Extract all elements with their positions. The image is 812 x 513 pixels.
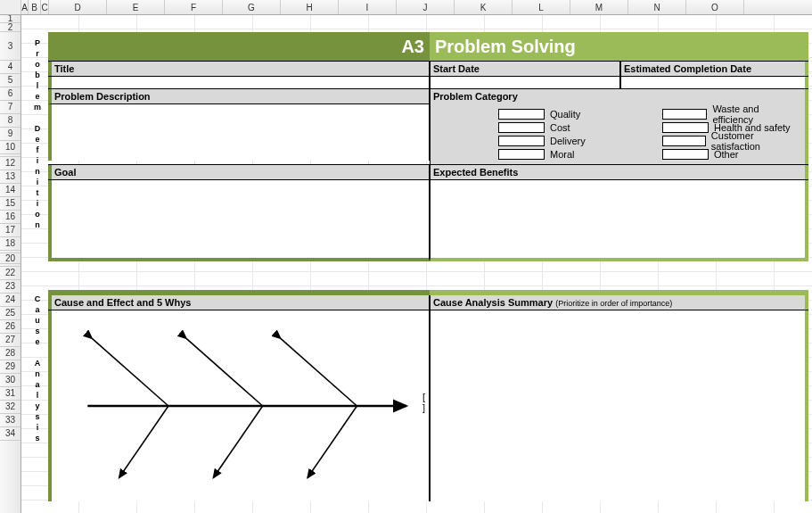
column-header[interactable]: K	[455, 0, 513, 14]
bracket-close: ]	[422, 403, 425, 413]
spreadsheet-grid[interactable]: Problem Definition Cause Analysis A3 Pro…	[21, 15, 812, 513]
row-header[interactable]: 8	[0, 114, 21, 128]
input-est-completion[interactable]	[620, 77, 808, 88]
category-label: Cost	[550, 122, 570, 133]
row-header[interactable]: 5	[0, 74, 21, 87]
cause-summary-note: (Prioritize in order of importance)	[555, 299, 672, 308]
row-header[interactable]: 30	[0, 374, 21, 387]
svg-line-6	[308, 406, 357, 478]
column-header[interactable]: G	[223, 0, 281, 14]
row-header[interactable]: 24	[0, 294, 21, 307]
row-header[interactable]: 9	[0, 128, 21, 141]
category-checkbox[interactable]	[498, 109, 545, 120]
header-cause-effect: Cause and Effect and 5 Whys	[48, 295, 430, 310]
category-checkbox[interactable]	[662, 149, 709, 160]
category-label: Moral	[550, 149, 575, 160]
category-checkbox[interactable]	[662, 109, 707, 120]
input-problem-description[interactable]	[48, 103, 430, 161]
column-header[interactable]: F	[165, 0, 223, 14]
cause-summary-label: Cause Analysis Summary	[433, 297, 553, 308]
row-header[interactable]: 16	[0, 211, 21, 224]
title-banner: A3 Problem Solving	[48, 32, 808, 61]
category-item: Customer satisfaction	[662, 134, 800, 147]
category-item: Cost	[498, 120, 636, 134]
column-header[interactable]: O	[686, 0, 744, 14]
header-goal: Goal	[48, 165, 430, 179]
column-header[interactable]: A	[21, 0, 29, 14]
input-expected-benefits[interactable]	[430, 180, 808, 261]
svg-line-3	[281, 338, 357, 406]
panel-problem-definition: A3 Problem Solving Title Start Date Esti…	[48, 32, 808, 261]
row-header[interactable]: 34	[0, 427, 21, 441]
row-header[interactable]: 12	[0, 157, 21, 170]
category-checkbox[interactable]	[498, 136, 545, 146]
category-checkbox[interactable]	[662, 122, 709, 133]
category-item: Waste and efficiency	[662, 107, 800, 120]
column-header[interactable]: B	[29, 0, 41, 14]
svg-line-1	[92, 338, 168, 406]
bracket-open: [	[422, 393, 425, 402]
row-header[interactable]: 26	[0, 320, 21, 334]
row-header[interactable]: 22	[0, 267, 21, 280]
row-header[interactable]: 31	[0, 387, 21, 401]
category-checkbox[interactable]	[498, 122, 545, 133]
fishbone-diagram-icon	[52, 310, 429, 501]
row-header[interactable]: 14	[0, 184, 21, 197]
column-header[interactable]: E	[107, 0, 165, 14]
header-problem-description: Problem Description	[48, 89, 430, 103]
input-title[interactable]	[48, 77, 430, 88]
column-header[interactable]: D	[49, 0, 107, 14]
row-headers: 1234567891012131415161718202223242526272…	[0, 15, 21, 513]
row-header[interactable]: 18	[0, 237, 21, 251]
row-header[interactable]: 2	[0, 23, 21, 32]
category-checkbox[interactable]	[662, 136, 706, 146]
banner-left: A3	[48, 32, 430, 61]
row-header[interactable]: 32	[0, 401, 21, 414]
category-item: Delivery	[498, 134, 636, 147]
row-header[interactable]: 4	[0, 61, 21, 74]
column-header[interactable]: C	[41, 0, 49, 14]
row-header[interactable]: 7	[0, 101, 21, 114]
row-header[interactable]: 3	[0, 32, 21, 61]
column-header[interactable]: I	[339, 0, 397, 14]
row-header[interactable]: 33	[0, 414, 21, 427]
column-header[interactable]: H	[281, 0, 339, 14]
problem-category-area: QualityCostDeliveryMoral Waste and effic…	[431, 103, 805, 164]
header-start-date: Start Date	[430, 62, 620, 76]
row-header[interactable]: 13	[0, 170, 21, 184]
column-header[interactable]: L	[513, 0, 570, 14]
category-label: Delivery	[550, 136, 586, 146]
fishbone-area[interactable]: [ ]	[48, 310, 430, 501]
row-header[interactable]: 17	[0, 224, 21, 237]
category-item: Quality	[498, 107, 636, 120]
row-header[interactable]: 28	[0, 347, 21, 360]
category-label: Other	[714, 149, 739, 160]
columns: ABCDEFGHIJKLMNO	[21, 0, 744, 14]
select-all-corner[interactable]	[0, 0, 21, 14]
input-cause-summary[interactable]	[430, 310, 808, 501]
row-header[interactable]: 15	[0, 197, 21, 211]
sidebar-label-problem-definition: Problem Definition	[32, 37, 43, 230]
row-header[interactable]: 29	[0, 360, 21, 374]
row-header[interactable]: 23	[0, 280, 21, 294]
row-header[interactable]: 6	[0, 87, 21, 101]
header-expected-benefits: Expected Benefits	[430, 165, 808, 179]
column-header[interactable]: N	[628, 0, 686, 14]
header-title: Title	[48, 62, 430, 76]
banner-right: Problem Solving	[430, 32, 808, 61]
row-header[interactable]: 20	[0, 253, 21, 264]
svg-line-5	[213, 406, 262, 478]
header-cause-summary: Cause Analysis Summary (Prioritize in or…	[430, 295, 808, 310]
panel-cause-analysis: Cause and Effect and 5 Whys Cause Analys…	[48, 290, 808, 501]
column-header[interactable]: J	[397, 0, 455, 14]
input-start-date[interactable]	[430, 77, 620, 88]
column-header[interactable]: M	[570, 0, 628, 14]
row-header[interactable]: 25	[0, 307, 21, 320]
row-header[interactable]: 10	[0, 141, 21, 154]
input-goal[interactable]	[48, 180, 430, 261]
sidebar-label-cause-analysis: Cause Analysis	[32, 294, 43, 443]
header-est-completion: Estimated Completion Date	[620, 62, 808, 76]
svg-line-4	[119, 406, 168, 478]
category-checkbox[interactable]	[498, 149, 545, 160]
row-header[interactable]: 27	[0, 334, 21, 347]
